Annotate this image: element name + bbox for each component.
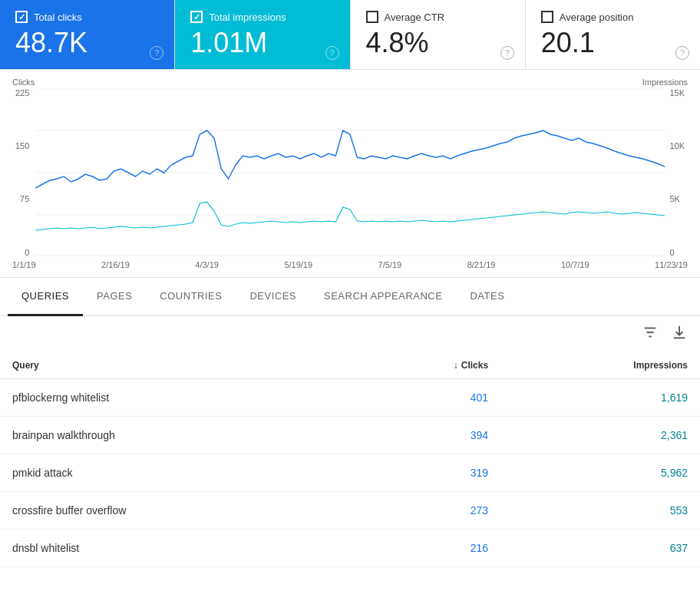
chart-clicks-label: Clicks: [12, 78, 35, 87]
clicks-cell: 401: [350, 378, 500, 416]
query-cell: crossfire buffer overflow: [0, 491, 350, 529]
impressions-checkbox[interactable]: [190, 11, 203, 23]
clicks-value: 48.7K: [15, 28, 159, 58]
tab-search-appearance[interactable]: SEARCH APPEARANCE: [310, 278, 456, 316]
position-help-icon[interactable]: ?: [675, 46, 689, 60]
impressions-cell: 553: [500, 491, 700, 529]
tab-dates[interactable]: DATES: [456, 278, 518, 316]
position-checkbox[interactable]: [541, 11, 553, 23]
ctr-label: Average CTR: [385, 12, 445, 23]
chart-area: Clicks Impressions 225 150 75 0 15K 10K …: [0, 70, 700, 278]
table-header: Query ↓Clicks Impressions: [0, 352, 700, 379]
x-axis-labels: 1/1/19 2/16/19 4/3/19 5/19/19 7/5/19 8/2…: [12, 260, 688, 269]
table-row: dnsbl whitelist 216 637: [0, 529, 700, 566]
impressions-cell: 5,962: [500, 454, 700, 491]
impressions-help-icon[interactable]: ?: [325, 46, 339, 60]
metric-header-ctr: Average CTR: [366, 11, 510, 23]
query-cell: brainpan walkthrough: [0, 416, 350, 454]
metric-total-clicks[interactable]: Total clicks 48.7K ?: [0, 0, 175, 69]
filter-icon[interactable]: [642, 324, 659, 345]
query-cell: pfblockerng whitelist: [0, 378, 350, 416]
impressions-cell: 2,361: [500, 416, 700, 454]
metric-total-impressions[interactable]: Total impressions 1.01M ?: [175, 0, 350, 69]
toolbar-row: [0, 316, 700, 352]
clicks-checkbox[interactable]: [15, 11, 28, 23]
position-label: Average position: [560, 12, 634, 23]
metrics-row: Total clicks 48.7K ? Total impressions 1…: [0, 0, 700, 70]
tab-pages[interactable]: PAGES: [83, 278, 146, 316]
metric-average-position[interactable]: Average position 20.1 ?: [526, 0, 700, 69]
query-cell: pmkid attack: [0, 454, 350, 491]
table-body: pfblockerng whitelist 401 1,619 brainpan…: [0, 378, 700, 566]
table-row: pmkid attack 319 5,962: [0, 454, 700, 491]
col-header-impressions: Impressions: [500, 352, 700, 379]
table-header-row: Query ↓Clicks Impressions: [0, 352, 700, 379]
metric-average-ctr[interactable]: Average CTR 4.8% ?: [351, 0, 526, 69]
tabs-row: QUERIES PAGES COUNTRIES DEVICES SEARCH A…: [0, 278, 700, 316]
clicks-cell: 319: [350, 454, 500, 491]
metric-header-impressions: Total impressions: [190, 11, 334, 23]
impressions-cell: 1,619: [500, 378, 700, 416]
data-table: Query ↓Clicks Impressions pfblockerng wh…: [0, 352, 700, 567]
clicks-cell: 394: [350, 416, 500, 454]
clicks-help-icon[interactable]: ?: [150, 46, 163, 60]
col-header-query: Query: [0, 352, 350, 379]
chart-svg: [12, 88, 688, 257]
metric-header-position: Average position: [541, 11, 685, 23]
ctr-value: 4.8%: [366, 28, 510, 58]
ctr-checkbox[interactable]: [366, 11, 378, 23]
clicks-cell: 273: [350, 491, 500, 529]
table-row: pfblockerng whitelist 401 1,619: [0, 378, 700, 416]
col-header-clicks[interactable]: ↓Clicks: [350, 352, 500, 379]
download-icon[interactable]: [671, 324, 688, 345]
chart-impressions-label: Impressions: [642, 78, 688, 87]
tab-countries[interactable]: COUNTRIES: [146, 278, 236, 316]
query-cell: dnsbl whitelist: [0, 529, 350, 566]
tab-queries[interactable]: QUERIES: [8, 278, 83, 316]
sort-down-icon: ↓: [454, 360, 458, 371]
table-row: crossfire buffer overflow 273 553: [0, 491, 700, 529]
position-value: 20.1: [541, 28, 685, 58]
impressions-value: 1.01M: [190, 28, 334, 58]
ctr-help-icon[interactable]: ?: [500, 46, 514, 60]
impressions-cell: 637: [500, 529, 700, 566]
clicks-cell: 216: [350, 529, 500, 566]
tab-devices[interactable]: DEVICES: [236, 278, 310, 316]
impressions-label: Total impressions: [209, 12, 286, 23]
chart-container: 225 150 75 0 15K 10K 5K 0: [12, 88, 688, 257]
clicks-label: Total clicks: [34, 12, 82, 23]
metric-header-clicks: Total clicks: [15, 11, 159, 23]
table-row: brainpan walkthrough 394 2,361: [0, 416, 700, 454]
